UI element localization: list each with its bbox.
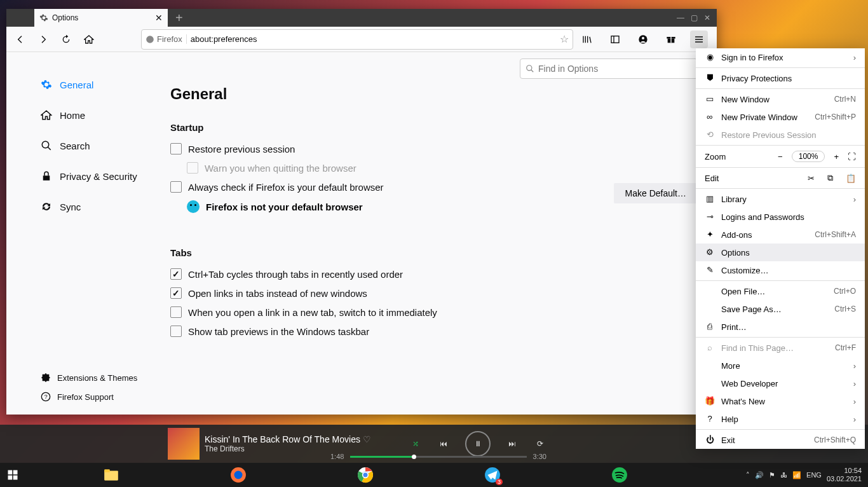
svg-rect-17: [8, 476, 13, 480]
menu-logins[interactable]: ⊸Logins and Passwords: [696, 208, 865, 226]
progress-bar[interactable]: [350, 456, 526, 458]
menu-save-page[interactable]: Save Page As…Ctrl+S: [696, 300, 865, 318]
menu-whats-new[interactable]: 🎁What's New›: [696, 392, 865, 410]
language-indicator[interactable]: ENG: [806, 471, 822, 479]
system-tray[interactable]: ˄ 🔊 ⚑ 🖧 📶 ENG 10:54 03.02.2021: [746, 467, 868, 483]
checkbox[interactable]: [170, 143, 182, 154]
checkbox[interactable]: [170, 181, 182, 193]
track-artist[interactable]: The Drifters: [205, 444, 371, 453]
copy-icon[interactable]: ⧉: [827, 173, 833, 183]
menu-open-file[interactable]: Open File…Ctrl+O: [696, 282, 865, 300]
checkbox[interactable]: [170, 306, 182, 318]
elapsed-time: 1:48: [330, 453, 344, 460]
start-button[interactable]: [0, 463, 25, 487]
menu-more[interactable]: More›: [696, 357, 865, 374]
heart-icon[interactable]: ♡: [363, 434, 371, 444]
sidebar-item-search[interactable]: Search: [41, 136, 159, 155]
tab-previews-option[interactable]: Show tab previews in the Windows taskbar: [170, 326, 717, 337]
menu-new-window[interactable]: ▭New WindowCtrl+N: [696, 90, 865, 108]
next-track-button[interactable]: ⏭: [506, 437, 519, 450]
svg-rect-1: [611, 36, 619, 43]
puzzle-icon: [41, 373, 51, 383]
tab-options[interactable]: Options ✕: [34, 9, 168, 27]
sidebar-item-home[interactable]: Home: [41, 106, 159, 125]
startup-heading: Startup: [170, 122, 717, 133]
zoom-out-button[interactable]: −: [778, 152, 783, 161]
brush-icon: ✎: [705, 265, 715, 275]
restore-session-option[interactable]: Restore previous session: [170, 143, 717, 154]
gift-icon[interactable]: [662, 31, 680, 48]
library-icon[interactable]: [578, 31, 596, 48]
album-art[interactable]: [168, 428, 200, 460]
menu-options[interactable]: ⚙Options: [696, 244, 865, 261]
open-links-tabs-option[interactable]: ✓Open links in tabs instead of new windo…: [170, 287, 717, 299]
progress-row: 1:48 3:30: [330, 453, 546, 460]
close-button[interactable]: ✕: [704, 13, 710, 22]
zoom-in-button[interactable]: +: [834, 152, 839, 161]
sidebar-item-sync[interactable]: Sync: [41, 197, 159, 216]
sync-icon: [41, 201, 52, 212]
taskbar-app-firefox[interactable]: [229, 465, 248, 484]
menu-customize[interactable]: ✎Customize…: [696, 261, 865, 279]
home-button[interactable]: [80, 31, 98, 48]
fullscreen-button[interactable]: ⛶: [848, 152, 856, 161]
svg-point-0: [146, 36, 154, 43]
menu-exit[interactable]: ⏻ExitCtrl+Shift+Q: [696, 431, 865, 449]
sidebar-extensions[interactable]: Extensions & Themes: [41, 373, 159, 383]
maximize-button[interactable]: ▢: [691, 13, 698, 22]
app-menu-panel: ◉Sign in to Firefox› ⛊Privacy Protection…: [696, 48, 865, 449]
taskbar-app-spotify[interactable]: [610, 465, 629, 484]
clock[interactable]: 10:54 03.02.2021: [827, 467, 862, 483]
svg-line-14: [531, 70, 534, 72]
chevron-right-icon: ›: [853, 195, 856, 204]
find-options-input[interactable]: [538, 64, 692, 74]
minimize-button[interactable]: —: [677, 13, 684, 22]
warn-quit-option: Warn you when quitting the browser: [187, 162, 717, 174]
menu-find-in-page[interactable]: ⌕Find in This Page…Ctrl+F: [696, 339, 865, 357]
volume-icon[interactable]: 🔊: [755, 471, 764, 479]
menu-new-private-window[interactable]: ∞New Private WindowCtrl+Shift+P: [696, 108, 865, 126]
sidebar-item-general[interactable]: General: [41, 75, 159, 94]
menu-print[interactable]: ⎙Print…: [696, 318, 865, 336]
taskbar-app-files[interactable]: [102, 465, 121, 484]
taskbar-app-telegram[interactable]: 3: [483, 465, 502, 484]
reload-button[interactable]: [57, 31, 75, 48]
search-icon: [526, 64, 534, 73]
menu-web-developer[interactable]: Web Developer›: [696, 374, 865, 392]
back-button[interactable]: [11, 31, 29, 48]
url-bar[interactable]: Firefox about:preferences ☆: [141, 29, 573, 50]
switch-new-tab-option[interactable]: When you open a link in a new tab, switc…: [170, 306, 717, 318]
wifi-icon[interactable]: 📶: [792, 471, 801, 479]
menu-addons[interactable]: ✦Add-onsCtrl+Shift+A: [696, 226, 865, 244]
checkbox[interactable]: [170, 326, 182, 337]
menu-library[interactable]: ▥Library›: [696, 190, 865, 208]
menu-signin[interactable]: ◉Sign in to Firefox›: [696, 48, 865, 66]
sidebar-icon[interactable]: [606, 31, 624, 48]
security-icon[interactable]: ⚑: [769, 471, 775, 479]
cut-icon[interactable]: ✂: [808, 174, 815, 183]
bookmark-star-icon[interactable]: ☆: [560, 33, 569, 45]
sidebar-item-privacy[interactable]: Privacy & Security: [41, 167, 159, 186]
sidebar-support[interactable]: ? Firefox Support: [41, 392, 159, 402]
network-icon[interactable]: 🖧: [780, 471, 787, 479]
paste-icon[interactable]: 📋: [846, 174, 856, 183]
ctrl-tab-option[interactable]: ✓Ctrl+Tab cycles through tabs in recentl…: [170, 268, 717, 280]
new-tab-button[interactable]: +: [168, 11, 191, 25]
tab-close-icon[interactable]: ✕: [155, 13, 163, 23]
checkbox-checked[interactable]: ✓: [170, 268, 182, 280]
taskbar-app-chrome[interactable]: [356, 465, 375, 484]
zoom-value[interactable]: 100%: [792, 151, 825, 162]
menu-privacy-protections[interactable]: ⛊Privacy Protections: [696, 69, 865, 87]
account-icon[interactable]: [634, 31, 652, 48]
search-icon: [41, 140, 52, 151]
prev-track-button[interactable]: ⏮: [437, 437, 450, 450]
hamburger-menu-button[interactable]: [690, 31, 708, 48]
shuffle-button[interactable]: ⤮: [409, 437, 422, 450]
make-default-button[interactable]: Make Default…: [614, 183, 698, 203]
find-options-search[interactable]: [520, 58, 698, 79]
repeat-button[interactable]: ⟳: [534, 437, 546, 450]
menu-help[interactable]: ?Help›: [696, 410, 865, 428]
checkbox-checked[interactable]: ✓: [170, 287, 182, 299]
forward-button[interactable]: [34, 31, 52, 48]
tray-chevron-icon[interactable]: ˄: [746, 471, 750, 479]
